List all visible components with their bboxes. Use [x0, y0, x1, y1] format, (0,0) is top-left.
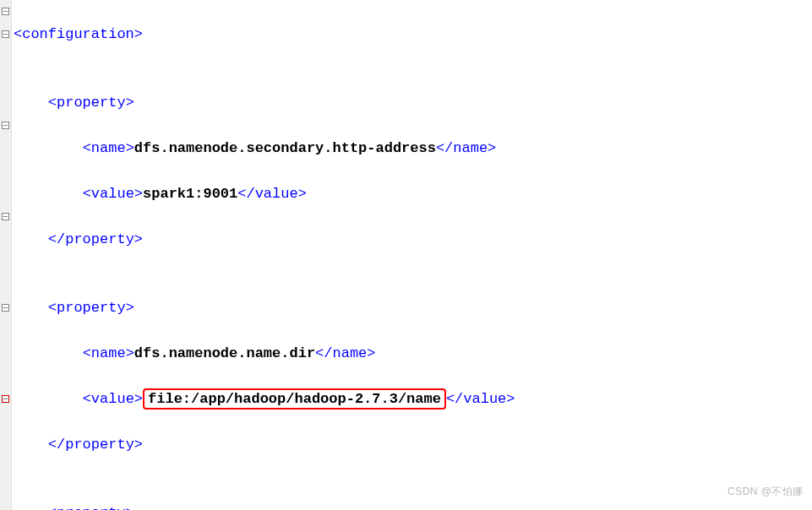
tag-value-close: </value>: [237, 186, 307, 202]
tag-name-close: </name>: [436, 140, 496, 156]
tag-name-close: </name>: [315, 345, 375, 361]
tag-value-close: </value>: [446, 391, 515, 407]
fold-icon[interactable]: −: [2, 30, 9, 38]
name-text: dfs.namenode.secondary.http-address: [134, 140, 436, 156]
tag-open: <configuration>: [14, 26, 143, 42]
fold-gutter: − − − − − −: [0, 0, 12, 510]
tag-property-open: <property>: [48, 300, 134, 316]
value-text: file:/app/hadoop/hadoop-2.7.3/name: [148, 391, 441, 407]
fold-icon[interactable]: −: [2, 122, 9, 129]
tag-name-open: <name>: [83, 140, 134, 156]
tag-name-open: <name>: [83, 345, 134, 361]
fold-icon[interactable]: −: [2, 395, 9, 403]
tag-property-open: <property>: [48, 95, 134, 111]
tag-value-open: <value>: [83, 186, 143, 202]
tag-property-open: <property>: [48, 505, 134, 510]
watermark: CSDN @不怕娜: [728, 480, 804, 503]
tag-value-open: <value>: [83, 391, 143, 407]
value-text: spark1:9001: [143, 186, 237, 202]
fold-icon[interactable]: −: [2, 8, 9, 15]
tag-property-close: </property>: [48, 437, 143, 453]
fold-icon[interactable]: −: [2, 213, 9, 220]
highlight-box: file:/app/hadoop/hadoop-2.7.3/name: [143, 388, 446, 410]
code-editor[interactable]: <configuration> <property> <name>dfs.nam…: [12, 0, 812, 510]
fold-icon[interactable]: −: [2, 304, 9, 312]
name-text: dfs.namenode.name.dir: [134, 345, 315, 361]
tag-property-close: </property>: [48, 231, 143, 247]
